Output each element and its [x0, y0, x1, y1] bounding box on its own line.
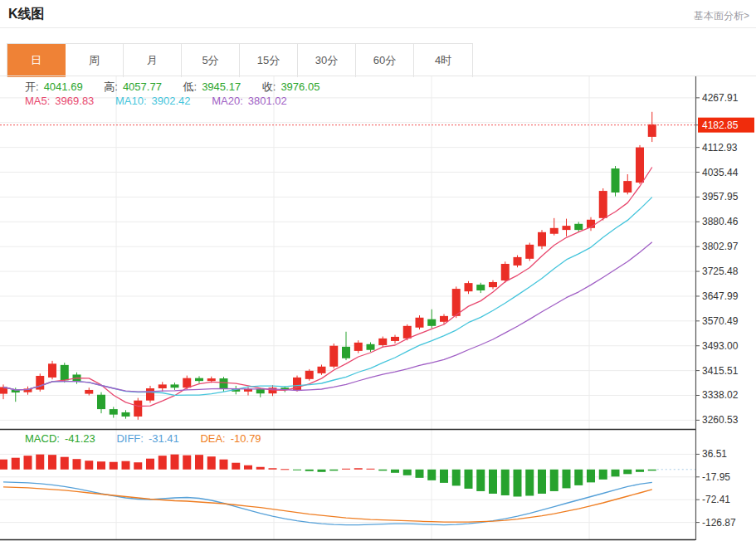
svg-text:3802.97: 3802.97 — [702, 241, 739, 252]
svg-text:3338.02: 3338.02 — [702, 389, 739, 401]
high-value: 4057.77 — [123, 80, 162, 93]
ohlc-info-row: 开:4041.69 高:4057.77 低:3945.17 收:3976.05 — [25, 80, 324, 95]
svg-text:3725.48: 3725.48 — [702, 266, 739, 277]
svg-text:-126.87: -126.87 — [702, 517, 736, 529]
svg-text:-17.95: -17.95 — [702, 471, 730, 483]
svg-text:3260.53: 3260.53 — [702, 414, 739, 426]
svg-text:4267.91: 4267.91 — [702, 92, 739, 104]
svg-text:3570.49: 3570.49 — [702, 315, 739, 327]
diff-value: -31.41 — [149, 432, 179, 445]
ma20-label: MA20: — [212, 95, 243, 107]
pane-separators — [0, 430, 695, 540]
ma-info-row: MA5:3969.83 MA10:3902.42 MA20:3801.02 — [25, 95, 292, 107]
open-value: 4041.69 — [44, 80, 83, 93]
svg-text:4112.93: 4112.93 — [702, 142, 738, 154]
ma10-value: 3902.42 — [152, 95, 191, 107]
svg-text:4035.44: 4035.44 — [702, 167, 739, 178]
svg-text:3493.00: 3493.00 — [702, 340, 739, 352]
diff-label: DIFF: — [116, 432, 144, 445]
open-label: 开: — [25, 80, 39, 93]
macd-label: MACD: — [25, 432, 60, 445]
ma5-label: MA5: — [25, 95, 50, 107]
close-label: 收: — [262, 80, 276, 93]
page-root: { "header": { "title": "K线图", "link": "基… — [0, 0, 756, 541]
svg-text:3957.95: 3957.95 — [702, 191, 739, 202]
ma5-value: 3969.83 — [55, 95, 94, 107]
svg-text:36.51: 36.51 — [702, 448, 727, 460]
macd-layer — [0, 455, 695, 525]
current-price-badge: 4182.85 — [695, 118, 754, 133]
svg-text:3880.46: 3880.46 — [702, 216, 739, 227]
high-label: 高: — [104, 80, 118, 93]
svg-text:3647.99: 3647.99 — [702, 290, 739, 302]
price-axis: 4267.914112.934035.443957.953880.463802.… — [695, 76, 739, 540]
ma20-value: 3801.02 — [248, 95, 287, 107]
dea-value: -10.79 — [231, 432, 261, 445]
ma10-label: MA10: — [115, 95, 147, 107]
close-value: 3976.05 — [280, 80, 319, 93]
dea-label: DEA: — [200, 432, 225, 445]
svg-text:3415.51: 3415.51 — [702, 365, 739, 377]
svg-text:4182.85: 4182.85 — [702, 119, 739, 131]
macd-value: -41.23 — [65, 432, 95, 445]
low-label: 低: — [183, 80, 198, 93]
svg-text:-72.41: -72.41 — [702, 494, 730, 505]
low-value: 3945.17 — [202, 80, 241, 93]
macd-info-row: MACD:-41.23 DIFF:-31.41 DEA:-10.79 — [25, 432, 266, 445]
